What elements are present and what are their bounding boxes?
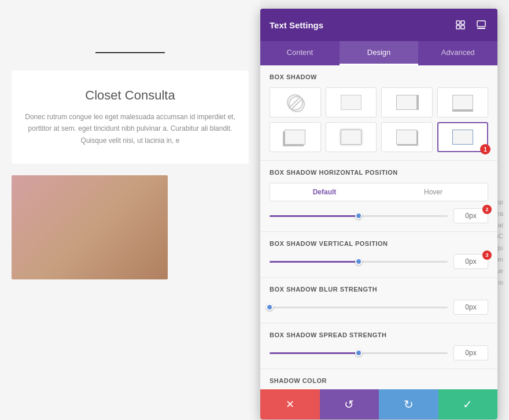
- shadow-box-tl-icon: [452, 130, 473, 145]
- default-hover-toggle: Default Hover: [270, 183, 488, 201]
- vertical-position-title: Box Shadow Vertical Position: [270, 240, 488, 247]
- shadow-option-right[interactable]: [381, 87, 433, 117]
- shadow-option-flat[interactable]: [326, 87, 377, 117]
- spread-slider-track: [270, 352, 448, 354]
- spread-slider-fill: [270, 352, 359, 354]
- svg-rect-3: [461, 25, 464, 29]
- spread-strength-section: Box Shadow Spread Strength 0px: [260, 323, 497, 369]
- spread-strength-title: Box Shadow Spread Strength: [270, 331, 488, 338]
- save-icon: ✓: [463, 397, 473, 411]
- panel-tabs: Content Design Advanced: [260, 41, 497, 65]
- shadow-option-spread[interactable]: [381, 122, 433, 152]
- page-content-area: Closet Consulta Donec rutrum congue leo …: [0, 0, 260, 420]
- spread-value-input[interactable]: 0px: [453, 345, 488, 360]
- horizontal-slider-row: 0px 2: [270, 208, 488, 223]
- svg-line-7: [291, 98, 303, 110]
- shadow-color-title: Shadow Color: [270, 377, 488, 384]
- blur-slider-row: 0px: [270, 300, 488, 315]
- horizontal-position-title: Box Shadow Horizontal Position: [270, 169, 488, 176]
- reset-button[interactable]: ↺: [320, 389, 379, 419]
- card-image: [12, 175, 168, 279]
- shadow-box-bl-icon: [285, 130, 305, 145]
- shadow-option-bottom[interactable]: [437, 87, 489, 117]
- content-card: Closet Consulta Donec rutrum congue leo …: [12, 71, 249, 164]
- svg-rect-5: [477, 28, 485, 29]
- default-toggle-btn[interactable]: Default: [270, 183, 379, 201]
- collapse-icon[interactable]: [474, 18, 488, 32]
- shadow-box-spread-icon: [396, 130, 417, 145]
- panel-header: Text Settings: [260, 9, 497, 41]
- tab-content[interactable]: Content: [260, 41, 340, 65]
- shadow-options-grid: 1: [270, 87, 488, 152]
- expand-icon[interactable]: [453, 18, 467, 32]
- vertical-slider-fill: [270, 261, 359, 263]
- no-shadow-icon: [287, 94, 303, 110]
- blur-value-input[interactable]: 0px: [453, 300, 488, 315]
- tab-design[interactable]: Design: [340, 41, 419, 65]
- svg-rect-4: [477, 21, 485, 27]
- cancel-icon: ✕: [286, 398, 294, 411]
- horizontal-position-section: Box Shadow Horizontal Position Default H…: [260, 161, 497, 232]
- redo-button[interactable]: ↻: [379, 389, 438, 419]
- panel-header-icons: [453, 18, 488, 32]
- shadow-option-none[interactable]: [270, 87, 321, 117]
- shadow-box-center-icon: [341, 130, 362, 145]
- vertical-slider-track: [270, 261, 448, 263]
- vertical-badge: 3: [482, 250, 492, 260]
- panel-body: Box Shadow: [260, 65, 497, 389]
- save-button[interactable]: ✓: [438, 389, 498, 419]
- shadow-option-bottom-left[interactable]: [270, 122, 321, 152]
- blur-slider-track: [270, 307, 448, 308]
- shadow-option-center[interactable]: [326, 122, 377, 152]
- svg-rect-1: [461, 21, 464, 24]
- vertical-slider-thumb[interactable]: [355, 258, 362, 265]
- spread-slider[interactable]: [270, 347, 448, 359]
- horizontal-slider-thumb[interactable]: [355, 212, 362, 219]
- horizontal-value-input[interactable]: 0px 2: [453, 208, 488, 223]
- reset-icon: ↺: [344, 397, 354, 411]
- blur-slider-thumb[interactable]: [266, 304, 273, 311]
- shadow-color-section: Shadow Color 💧 4 ···: [260, 369, 497, 389]
- horizontal-slider-fill: [270, 215, 359, 217]
- page-divider: [95, 52, 165, 53]
- vertical-position-section: Box Shadow Vertical Position 0px 3: [260, 232, 497, 278]
- box-shadow-section: Box Shadow: [260, 65, 497, 161]
- card-body: Donec rutrum congue leo eget malesuada a…: [23, 111, 237, 146]
- vertical-slider-row: 0px 3: [270, 254, 488, 269]
- spread-slider-thumb[interactable]: [355, 349, 362, 356]
- blur-slider[interactable]: [270, 301, 448, 313]
- horizontal-slider-track: [270, 215, 448, 217]
- vertical-slider[interactable]: [270, 256, 448, 267]
- spread-slider-row: 0px: [270, 345, 488, 360]
- shadow-box-flat-icon: [341, 95, 362, 110]
- hover-toggle-btn[interactable]: Hover: [379, 183, 488, 201]
- shadow-box-bottom-icon: [452, 95, 473, 110]
- box-shadow-title: Box Shadow: [270, 73, 488, 80]
- tab-advanced[interactable]: Advanced: [418, 41, 497, 65]
- vertical-value-input[interactable]: 0px 3: [453, 254, 488, 269]
- panel-title: Text Settings: [270, 20, 453, 30]
- card-title: Closet Consulta: [23, 88, 237, 103]
- svg-rect-0: [456, 21, 460, 24]
- svg-rect-2: [456, 25, 460, 29]
- shadow-option-top-left[interactable]: 1: [437, 122, 489, 152]
- blur-strength-title: Box Shadow Blur Strength: [270, 286, 488, 293]
- blur-strength-section: Box Shadow Blur Strength 0px: [260, 278, 497, 323]
- selection-badge-1: 1: [480, 144, 490, 154]
- horizontal-slider[interactable]: [270, 210, 448, 222]
- cancel-button[interactable]: ✕: [260, 389, 320, 419]
- panel-footer: ✕ ↺ ↻ ✓: [260, 389, 497, 419]
- settings-panel: Text Settings Content D: [260, 9, 497, 419]
- shadow-box-right-icon: [396, 95, 417, 110]
- redo-icon: ↻: [404, 397, 414, 411]
- horizontal-badge: 2: [482, 205, 492, 214]
